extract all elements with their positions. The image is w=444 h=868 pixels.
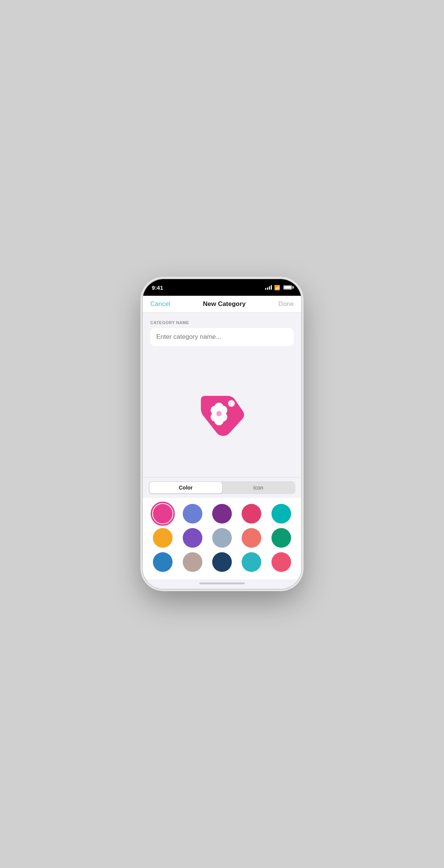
status-icons: 📶 xyxy=(265,285,292,290)
status-bar: 9:41 📶 xyxy=(143,279,301,296)
page-title: New Category xyxy=(203,300,245,308)
color-swatch-steel-blue[interactable] xyxy=(212,528,232,548)
notch xyxy=(197,279,247,290)
category-name-section: CATEGORY NAME xyxy=(143,313,301,352)
color-grid-container xyxy=(143,498,301,579)
home-bar xyxy=(199,582,245,584)
svg-point-0 xyxy=(228,400,235,407)
field-label: CATEGORY NAME xyxy=(150,320,294,325)
content-area: CATEGORY NAME xyxy=(143,313,301,589)
wifi-icon: 📶 xyxy=(274,285,280,290)
svg-point-9 xyxy=(216,411,222,416)
category-name-input[interactable] xyxy=(150,328,294,346)
color-swatch-emerald[interactable] xyxy=(271,528,291,548)
segment-container: Color Icon xyxy=(143,477,301,498)
color-segment-button[interactable]: Color xyxy=(150,482,222,493)
color-swatch-salmon[interactable] xyxy=(242,528,261,548)
color-swatch-violet[interactable] xyxy=(183,528,202,548)
color-swatch-cornflower-blue[interactable] xyxy=(183,504,202,524)
signal-icon xyxy=(265,285,272,290)
icon-preview-area xyxy=(143,352,301,477)
cancel-button[interactable]: Cancel xyxy=(150,300,170,308)
color-swatch-teal[interactable] xyxy=(271,504,291,524)
color-swatch-pink[interactable] xyxy=(153,504,173,524)
segment-control: Color Icon xyxy=(149,481,295,494)
color-swatch-blue[interactable] xyxy=(153,552,173,572)
category-tag-icon xyxy=(196,388,248,441)
color-swatch-purple[interactable] xyxy=(212,504,232,524)
color-swatch-hot-pink[interactable] xyxy=(271,552,291,572)
status-time: 9:41 xyxy=(152,284,163,291)
color-swatch-crimson[interactable] xyxy=(242,504,261,524)
color-swatch-cyan[interactable] xyxy=(242,552,261,572)
phone-device: 9:41 📶 Cancel New Category Done CATEGORY… xyxy=(143,279,301,589)
navigation-bar: Cancel New Category Done xyxy=(143,296,301,313)
color-grid xyxy=(150,504,294,572)
phone-screen: 9:41 📶 Cancel New Category Done CATEGORY… xyxy=(143,279,301,589)
color-swatch-orange[interactable] xyxy=(153,528,173,548)
home-indicator-area xyxy=(143,579,301,589)
color-swatch-tan[interactable] xyxy=(183,552,202,572)
color-swatch-navy[interactable] xyxy=(212,552,232,572)
icon-segment-button[interactable]: Icon xyxy=(222,482,294,493)
battery-icon xyxy=(283,285,292,290)
done-button[interactable]: Done xyxy=(278,300,294,308)
